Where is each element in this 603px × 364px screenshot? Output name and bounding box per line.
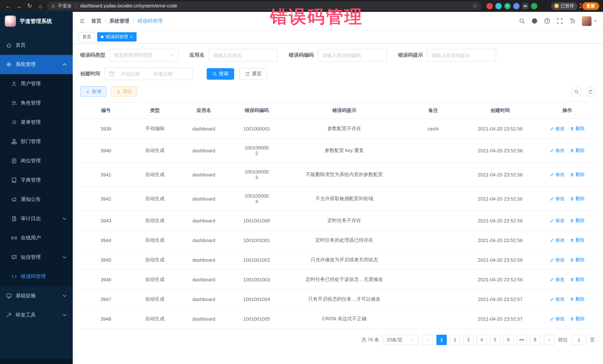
browser-forward-button[interactable]: → [14,1,23,10]
start-date-input[interactable] [117,71,144,77]
extension-icon-1[interactable] [487,3,493,9]
page-size-select[interactable]: 10条/页 [383,335,418,345]
fullscreen-icon[interactable] [557,18,563,24]
page-button-4[interactable]: 4 [476,335,487,345]
delete-link[interactable]: 删除 [570,276,585,283]
delete-link[interactable]: 删除 [570,257,585,263]
edit-link[interactable]: 修改 [550,217,565,224]
extension-icon-3[interactable]: V [504,3,510,9]
sidebar-item-system-management[interactable]: 系统管理 [0,55,73,74]
sidebar-item-label: 岗位管理 [21,157,41,164]
date-range-picker[interactable]: - [104,67,193,80]
edit-link[interactable]: 修改 [550,125,565,132]
prev-page-button[interactable]: ‹ [422,335,433,345]
delete-link[interactable]: 删除 [570,316,585,322]
edit-link[interactable]: 修改 [550,296,565,302]
more-pages-button[interactable]: ••• [517,335,527,345]
delete-link[interactable]: 删除 [570,296,585,302]
page-button-5[interactable]: 5 [490,335,500,345]
delete-link[interactable]: 删除 [570,171,585,178]
browser-home-button[interactable]: ⌂ [36,1,45,10]
sidebar-item-notice[interactable]: 通知公告 [0,190,73,209]
page-button-8[interactable]: 8 [530,335,540,345]
bookmark-star-icon[interactable]: ☆ [473,3,477,9]
sidebar-item-sms-management[interactable]: 短信管理 [0,248,73,267]
filter-field-hint: 错误码提示 [398,49,496,62]
sidebar-item-post-management[interactable]: 岗位管理 [0,151,73,170]
sidebar-item-dept-management[interactable]: 部门管理 [0,132,73,151]
extension-icon-6[interactable] [531,3,537,9]
delete-link[interactable]: 删除 [570,147,585,154]
sidebar-item-dev-tools[interactable]: 研发工具 [0,305,73,325]
page-button-1[interactable]: 1 [436,335,447,345]
column-header: 编号 [80,102,132,119]
app-name-input[interactable] [213,53,273,58]
tab-home[interactable]: 首页 [79,32,95,42]
paused-badge[interactable]: 已暂停 [551,2,577,10]
tab-error-code[interactable]: 错误码管理× [97,32,137,42]
tab-close-icon[interactable]: × [130,35,133,39]
app-logo[interactable]: 芋道管理系统 [0,12,73,30]
sidebar-item-dict-management[interactable]: 字典管理 [0,170,73,190]
delete-link[interactable]: 删除 [570,125,585,132]
notice-icon [11,197,17,202]
cell-id: 3945 [80,250,132,270]
edit-link[interactable]: 修改 [550,171,565,178]
end-date-input[interactable] [150,71,176,77]
refresh-table-button[interactable] [586,87,596,97]
error-code-input[interactable] [322,53,383,58]
github-icon[interactable] [531,18,538,24]
edit-link[interactable]: 修改 [550,237,565,243]
show-search-button[interactable] [571,87,581,97]
table-toolbar: 新增 导出 [80,86,596,97]
breadcrumb-item[interactable]: 首页 [91,18,101,24]
reset-button[interactable]: 重置 [239,68,267,79]
edit-link[interactable]: 修改 [550,147,565,154]
cell-id: 3943 [80,211,132,230]
sidebar-item-error-code-management[interactable]: 错误码管理 [0,267,73,286]
goto-page-input[interactable] [571,335,586,345]
error-hint-input[interactable] [431,53,492,58]
sidebar-item-home[interactable]: 首页 [0,36,73,55]
extension-icon-2[interactable] [495,3,502,9]
avatar-caret-icon[interactable]: ▾ [594,19,596,23]
browser-refresh-button[interactable]: ↻ [25,1,34,10]
sidebar-item-audit-log[interactable]: 审计日志 [0,209,73,228]
page-button-3[interactable]: 3 [463,335,474,345]
edit-link[interactable]: 修改 [550,316,565,322]
delete-link[interactable]: 删除 [570,217,585,224]
edit-link[interactable]: 修改 [550,276,565,283]
search-button[interactable]: 搜索 [207,68,234,79]
sidebar-item-infrastructure[interactable]: 基础设施 [0,286,73,305]
sidebar-item-menu-management[interactable]: 菜单管理 [0,113,73,132]
breadcrumb-item[interactable]: 系统管理 [109,18,129,24]
browser-back-button[interactable]: ← [4,1,13,10]
sidebar-collapse-button[interactable] [79,18,85,24]
edit-link[interactable]: 修改 [550,257,565,263]
sidebar-item-user-management[interactable]: 用户管理 [0,74,73,93]
user-avatar[interactable] [582,16,591,26]
delete-link[interactable]: 删除 [570,237,585,243]
page-button-2[interactable]: 2 [450,335,460,345]
next-page-button[interactable]: › [544,335,554,345]
edit-link[interactable]: 修改 [550,196,565,202]
extension-icon-5[interactable]: on [522,3,528,9]
address-bar[interactable]: ⚠ 不安全 dashboard.yudao.iocoder.cn/system/… [47,1,482,10]
error-type-select[interactable]: 请选择错误码类型 [109,49,178,62]
extension-icon-7[interactable] [540,3,546,9]
home-icon [6,42,12,48]
page-button-6[interactable]: 6 [503,335,514,345]
export-button[interactable]: 导出 [111,86,137,97]
cell-code: 1001001003 [230,270,284,289]
add-button[interactable]: 新增 [80,86,106,97]
sidebar-item-role-management[interactable]: 角色管理 [0,93,73,113]
cell-actions: 修改删除 [539,163,596,187]
browser-update-button[interactable]: 更新 [582,2,599,10]
help-icon[interactable] [544,18,550,24]
extension-icon-4[interactable] [513,3,520,9]
table-row: 3947自动生成dashboard1001001004只有开启状态的任务，才可以… [80,289,596,309]
sidebar-item-online-user[interactable]: 在线用户 [0,228,73,248]
delete-link[interactable]: 删除 [570,196,585,202]
header-search-icon[interactable] [519,18,525,24]
font-size-icon[interactable] [569,18,576,24]
